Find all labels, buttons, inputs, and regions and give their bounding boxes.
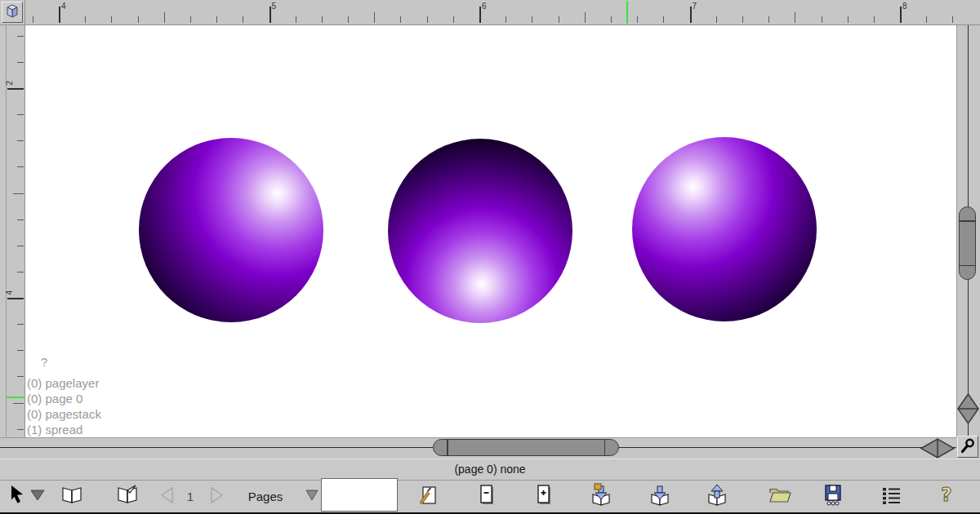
ruler-tick bbox=[17, 376, 24, 377]
ruler-number: 2 bbox=[5, 76, 14, 86]
ruler-tick bbox=[663, 16, 664, 23]
ruler-tick bbox=[611, 16, 612, 23]
ruler-tick bbox=[17, 114, 24, 115]
ruler-tick bbox=[17, 272, 24, 273]
ruler-tick bbox=[952, 16, 953, 23]
list-icon bbox=[880, 485, 902, 508]
status-bar: (page 0) none bbox=[0, 459, 980, 480]
page-canvas[interactable]: ? (0) pagelayer (0) page 0 (0) pagestack… bbox=[25, 25, 956, 437]
edit-page-button[interactable] bbox=[416, 481, 439, 512]
book-open-icon bbox=[60, 485, 84, 509]
ruler-tick bbox=[17, 429, 24, 430]
next-triangle-icon bbox=[207, 486, 225, 507]
zoom-button[interactable] bbox=[957, 436, 978, 458]
add-page-button[interactable] bbox=[532, 481, 555, 512]
ruler-tick bbox=[690, 7, 692, 23]
page-edit-icon bbox=[416, 485, 438, 509]
prev-page-button[interactable] bbox=[157, 481, 178, 512]
book-3d-icon bbox=[4, 2, 20, 22]
vertical-scrollbar[interactable] bbox=[956, 25, 980, 437]
ruler-tick bbox=[17, 36, 24, 37]
open-file-button[interactable] bbox=[766, 481, 792, 512]
ruler-tick bbox=[296, 16, 296, 23]
bottom-toolbar: 1 Pages bbox=[0, 480, 980, 514]
status-text: (page 0) none bbox=[454, 463, 525, 476]
view-book-button[interactable] bbox=[59, 481, 85, 512]
horizontal-ruler: 45678 bbox=[25, 0, 980, 25]
page-minus-icon bbox=[476, 484, 496, 510]
import-page-button[interactable] bbox=[588, 481, 614, 512]
horizontal-scrollbar-thumb[interactable] bbox=[433, 439, 619, 456]
push-out-page-button[interactable] bbox=[704, 481, 730, 512]
floppy-save-icon bbox=[822, 483, 844, 510]
ruler-tick bbox=[243, 16, 243, 23]
pages-dropdown-button[interactable] bbox=[304, 481, 320, 512]
ruler-tick bbox=[59, 7, 60, 23]
ruler-tick bbox=[400, 16, 401, 23]
ruler-tick bbox=[742, 16, 743, 23]
horizontal-scrollbar[interactable] bbox=[0, 437, 956, 459]
ruler-tick bbox=[7, 88, 24, 90]
page-number-label: 1 bbox=[183, 481, 198, 512]
sphere-object-1[interactable] bbox=[139, 138, 323, 322]
next-page-button[interactable] bbox=[206, 481, 227, 512]
ruler-tick bbox=[322, 16, 323, 23]
ruler-tick bbox=[216, 16, 217, 23]
cursor-icon bbox=[7, 484, 29, 509]
save-file-button[interactable] bbox=[821, 481, 845, 512]
ruler-tick bbox=[559, 16, 559, 23]
ruler-tick bbox=[85, 16, 86, 23]
vertical-scrollbar-thumb[interactable] bbox=[959, 206, 976, 280]
debug-line-page0: (0) page 0 bbox=[27, 392, 82, 405]
prev-triangle-icon bbox=[158, 486, 176, 507]
ruler-number: 6 bbox=[482, 2, 487, 11]
vertical-ruler: 24 bbox=[0, 25, 25, 437]
ruler-tick bbox=[926, 16, 927, 23]
pull-in-page-button[interactable] bbox=[647, 481, 673, 512]
ruler-number: 4 bbox=[5, 286, 14, 295]
ruler-tick bbox=[374, 12, 375, 23]
select-tool-button[interactable] bbox=[7, 481, 29, 512]
pages-label: Pages bbox=[245, 481, 286, 512]
ruler-tick bbox=[716, 16, 717, 23]
vertical-scroll-diamond[interactable] bbox=[957, 392, 980, 428]
ruler-tick bbox=[17, 350, 24, 351]
page-plus-icon bbox=[533, 484, 553, 510]
ruler-tick bbox=[453, 16, 454, 23]
ruler-tick bbox=[138, 16, 139, 23]
ruler-tick bbox=[111, 16, 112, 23]
ruler-tick bbox=[848, 16, 849, 23]
help-button[interactable]: ? bbox=[936, 481, 957, 512]
sphere-object-2[interactable] bbox=[388, 139, 572, 323]
ruler-tick bbox=[270, 7, 271, 23]
folder-open-icon bbox=[768, 485, 791, 508]
dropdown-triangle-icon bbox=[305, 489, 319, 505]
ruler-number: 8 bbox=[902, 2, 907, 11]
book-flip-icon bbox=[115, 485, 140, 509]
ruler-corner bbox=[0, 0, 25, 25]
ruler-tick bbox=[13, 193, 24, 194]
ruler-tick bbox=[17, 62, 24, 63]
sphere-object-3[interactable] bbox=[632, 137, 817, 321]
debug-line-pagelayer: (0) pagelayer bbox=[27, 376, 99, 390]
page-name-input[interactable] bbox=[321, 478, 398, 512]
page-list-button[interactable] bbox=[879, 481, 903, 512]
document-button[interactable] bbox=[2, 2, 23, 23]
tool-mode-button[interactable] bbox=[28, 481, 47, 512]
magnifier-icon bbox=[959, 436, 977, 458]
remove-page-button[interactable] bbox=[474, 481, 497, 512]
book-down-arrow-icon bbox=[648, 483, 672, 511]
ruler-tick bbox=[479, 7, 481, 23]
debug-line-spread: (1) spread bbox=[27, 423, 82, 436]
triangle-down-icon bbox=[29, 489, 46, 505]
ruler-tick bbox=[17, 219, 24, 220]
help-icon: ? bbox=[938, 484, 956, 510]
app-window: 45678 24 ? (0) pagelayer (0) page 0 (0) … bbox=[0, 0, 980, 514]
ruler-tick bbox=[17, 246, 24, 246]
ruler-tick bbox=[900, 7, 902, 23]
ruler-tick bbox=[33, 16, 33, 23]
ruler-tick bbox=[768, 16, 769, 23]
view-spread-button[interactable] bbox=[114, 481, 140, 512]
svg-text:?: ? bbox=[941, 484, 951, 505]
ruler-cursor-y bbox=[7, 397, 25, 398]
